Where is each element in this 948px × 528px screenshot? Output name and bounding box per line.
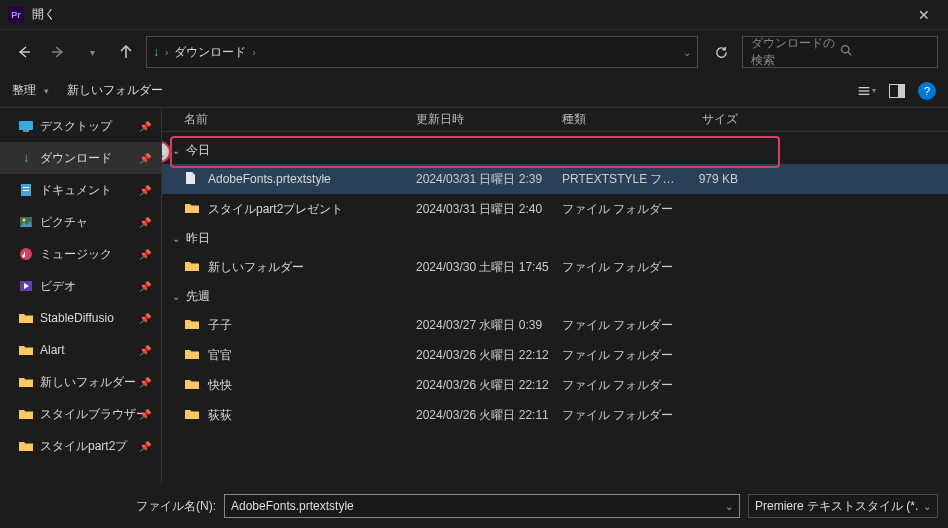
sidebar-item-picture[interactable]: ピクチャ📌 [0,206,161,238]
folder-icon [18,440,34,452]
pin-icon: 📌 [139,441,151,452]
help-icon[interactable]: ? [918,82,936,100]
file-date: 2024/03/31 日曜日 2:40 [416,201,562,218]
organize-button[interactable]: 整理▾ [12,82,49,99]
music-icon [18,247,34,261]
file-date: 2024/03/27 水曜日 0:39 [416,317,562,334]
file-type: ファイル フォルダー [562,347,680,364]
pin-icon: 📌 [139,345,151,356]
col-date[interactable]: 更新日時 [416,111,562,128]
svg-rect-7 [23,130,29,132]
nav-bar: ▾ ↓ › ダウンロード › ⌄ ダウンロードの検索 [0,30,948,74]
svg-rect-3 [859,93,870,94]
chevron-right-icon: › [252,47,255,58]
file-row[interactable]: スタイルpart2プレゼント2024/03/31 日曜日 2:40ファイル フォ… [162,194,948,224]
address-bar[interactable]: ↓ › ダウンロード › ⌄ [146,36,698,68]
back-button[interactable] [10,38,38,66]
sidebar-item-video[interactable]: ビデオ📌 [0,270,161,302]
window-title: 開く [32,6,56,23]
sidebar-item-folder[interactable]: スタイルブラウザー📌 [0,398,161,430]
pin-icon: 📌 [139,313,151,324]
sidebar-item-folder[interactable]: 新しいフォルダー📌 [0,366,161,398]
chevron-down-icon[interactable]: ⌄ [725,501,733,512]
chevron-right-icon: › [165,47,168,58]
download-icon: ↓ [18,151,34,165]
title-bar: Pr 開く ✕ [0,0,948,30]
download-icon: ↓ [153,45,159,59]
forward-button[interactable] [44,38,72,66]
pin-icon: 📌 [139,217,151,228]
sidebar-item-label: StableDiffusio [40,311,114,325]
file-row[interactable]: 官官2024/03/26 火曜日 22:12ファイル フォルダー [162,340,948,370]
view-mode-button[interactable]: ▾ [858,82,876,100]
group-label: 昨日 [186,230,210,247]
chevron-down-icon[interactable]: ⌄ [683,47,691,58]
file-row[interactable]: 新しいフォルダー2024/03/30 土曜日 17:45ファイル フォルダー [162,252,948,282]
chevron-down-icon: ⌄ [172,233,180,244]
file-row[interactable]: 快快2024/03/26 火曜日 22:12ファイル フォルダー [162,370,948,400]
pin-icon: 📌 [139,281,151,292]
file-row[interactable]: 子子2024/03/27 水曜日 0:39ファイル フォルダー [162,310,948,340]
refresh-button[interactable] [706,37,736,67]
search-input[interactable]: ダウンロードの検索 [742,36,938,68]
file-row[interactable]: 荻荻2024/03/26 火曜日 22:11ファイル フォルダー [162,400,948,430]
chevron-down-icon[interactable]: ⌄ [923,501,931,512]
sidebar-item-music[interactable]: ミュージック📌 [0,238,161,270]
document-icon [18,183,34,197]
file-row[interactable]: AdobeFonts.prtextstyle2024/03/31 日曜日 2:3… [162,164,948,194]
file-type-select[interactable]: Premiere テキストスタイル (*.prtex ⌄ [748,494,938,518]
svg-rect-10 [23,190,29,191]
group-header[interactable]: ⌄先週 [162,282,948,310]
filename-input[interactable]: AdobeFonts.prtextstyle ⌄ [224,494,740,518]
col-size[interactable]: サイズ [680,111,748,128]
folder-icon [18,408,34,420]
sidebar-item-label: 新しいフォルダー [40,374,136,391]
sidebar-item-folder[interactable]: StableDiffusio📌 [0,302,161,334]
file-name: スタイルpart2プレゼント [208,201,343,218]
sidebar-item-desktop[interactable]: デスクトップ📌 [0,110,161,142]
filename-label: ファイル名(N): [0,498,216,515]
column-headers: 名前 更新日時 種類 サイズ [162,108,948,132]
new-folder-button[interactable]: 新しいフォルダー [67,82,163,99]
sidebar-item-label: ドキュメント [40,182,112,199]
file-type: ファイル フォルダー [562,407,680,424]
file-date: 2024/03/26 火曜日 22:11 [416,407,562,424]
search-placeholder: ダウンロードの検索 [751,35,840,69]
file-name: 官官 [208,347,232,364]
up-button[interactable] [112,38,140,66]
preview-pane-button[interactable] [888,82,906,100]
group-header[interactable]: ⌄今日 [162,136,948,164]
picture-icon [18,216,34,228]
file-date: 2024/03/26 火曜日 22:12 [416,347,562,364]
file-type: ファイル フォルダー [562,259,680,276]
pin-icon: 📌 [139,377,151,388]
sidebar: デスクトップ📌↓ダウンロード📌ドキュメント📌ピクチャ📌ミュージック📌ビデオ📌St… [0,108,162,484]
sidebar-item-label: ビデオ [40,278,76,295]
file-name: 新しいフォルダー [208,259,304,276]
sidebar-item-label: スタイルpart2プ [40,438,127,455]
folder-icon [184,378,200,393]
sidebar-item-folder[interactable]: Alart📌 [0,334,161,366]
svg-point-12 [23,219,26,222]
col-name[interactable]: 名前 [184,111,416,128]
group-header[interactable]: ⌄昨日 [162,224,948,252]
pin-icon: 📌 [139,153,151,164]
sidebar-item-download[interactable]: ↓ダウンロード📌 [0,142,161,174]
file-type: ファイル フォルダー [562,377,680,394]
file-type: ファイル フォルダー [562,201,680,218]
svg-rect-1 [859,87,870,88]
col-type[interactable]: 種類 [562,111,680,128]
app-icon: Pr [8,7,24,23]
file-type: PRTEXTSTYLE ファイ... [562,171,680,188]
filename-bar: ファイル名(N): AdobeFonts.prtextstyle ⌄ Premi… [0,484,948,528]
recent-dropdown[interactable]: ▾ [78,38,106,66]
path-segment[interactable]: ダウンロード [174,44,246,61]
svg-rect-9 [23,187,29,188]
file-name: AdobeFonts.prtextstyle [208,172,331,186]
close-icon[interactable]: ✕ [908,3,940,27]
pin-icon: 📌 [139,249,151,260]
folder-icon [184,408,200,423]
sidebar-item-document[interactable]: ドキュメント📌 [0,174,161,206]
sidebar-item-folder[interactable]: スタイルpart2プ📌 [0,430,161,462]
file-name: 快快 [208,377,232,394]
